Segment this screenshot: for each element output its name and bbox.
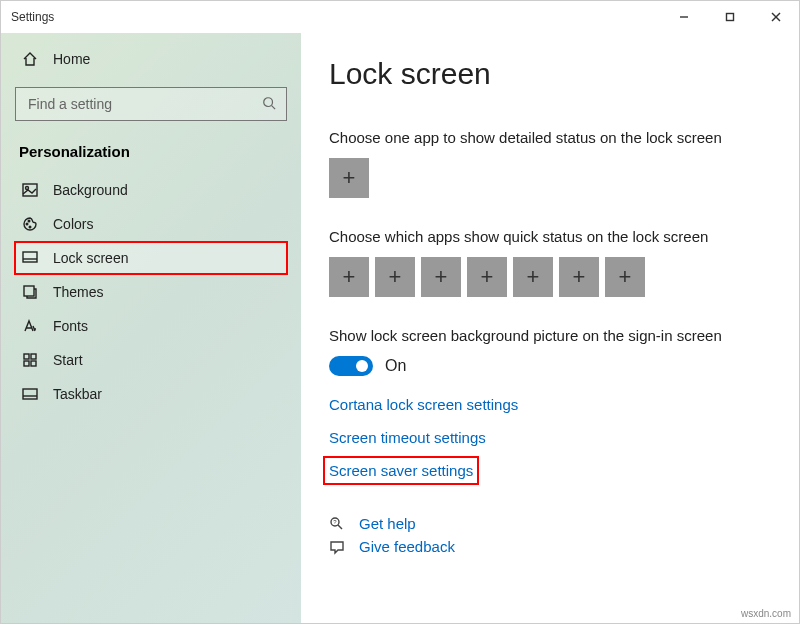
detailed-status-tiles: + [329, 158, 771, 198]
close-button[interactable] [753, 1, 799, 33]
add-detailed-app-button[interactable]: + [329, 158, 369, 198]
plus-icon: + [527, 264, 540, 290]
svg-rect-14 [24, 354, 29, 359]
window-controls [661, 1, 799, 33]
sidebar-item-lock-screen[interactable]: Lock screen [15, 242, 287, 274]
page-title: Lock screen [329, 57, 771, 91]
themes-icon [21, 284, 39, 300]
toggle-state-label: On [385, 357, 406, 375]
main-content: Lock screen Choose one app to show detai… [301, 33, 799, 623]
get-help-link[interactable]: ? Get help [329, 515, 771, 532]
plus-icon: + [389, 264, 402, 290]
search-icon [262, 96, 276, 113]
help-icon: ? [329, 516, 347, 532]
sidebar-item-background[interactable]: Background [15, 174, 287, 206]
sidebar-item-label: Taskbar [53, 386, 102, 402]
detailed-status-label: Choose one app to show detailed status o… [329, 129, 771, 146]
sidebar-item-label: Themes [53, 284, 104, 300]
sidebar-item-label: Start [53, 352, 83, 368]
settings-window: Settings Home [0, 0, 800, 624]
signin-bg-toggle[interactable] [329, 356, 373, 376]
search-input[interactable] [26, 95, 262, 113]
plus-icon: + [481, 264, 494, 290]
sidebar: Home Personalization Background [1, 33, 301, 623]
svg-rect-1 [727, 14, 734, 21]
add-quick-app-button[interactable]: + [513, 257, 553, 297]
svg-line-5 [272, 105, 276, 109]
sidebar-item-label: Lock screen [53, 250, 128, 266]
sidebar-item-start[interactable]: Start [15, 344, 287, 376]
home-label: Home [53, 51, 90, 67]
sidebar-item-label: Colors [53, 216, 93, 232]
signin-bg-toggle-row: On [329, 356, 771, 376]
home-nav[interactable]: Home [15, 43, 287, 75]
plus-icon: + [573, 264, 586, 290]
feedback-icon [329, 539, 347, 555]
sidebar-item-themes[interactable]: Themes [15, 276, 287, 308]
sidebar-item-label: Background [53, 182, 128, 198]
svg-rect-16 [24, 361, 29, 366]
svg-rect-17 [31, 361, 36, 366]
add-quick-app-button[interactable]: + [605, 257, 645, 297]
maximize-button[interactable] [707, 1, 753, 33]
watermark: wsxdn.com [741, 608, 791, 619]
svg-rect-18 [23, 389, 37, 399]
svg-point-7 [26, 187, 29, 190]
add-quick-app-button[interactable]: + [375, 257, 415, 297]
lock-screen-icon [21, 250, 39, 266]
home-icon [21, 51, 39, 67]
screen-saver-link[interactable]: Screen saver settings [329, 462, 473, 479]
give-feedback-label: Give feedback [359, 538, 455, 555]
sidebar-item-fonts[interactable]: Fonts [15, 310, 287, 342]
add-quick-app-button[interactable]: + [329, 257, 369, 297]
fonts-icon [21, 318, 39, 334]
add-quick-app-button[interactable]: + [467, 257, 507, 297]
window-title: Settings [11, 10, 54, 24]
start-icon [21, 352, 39, 368]
search-box[interactable] [15, 87, 287, 121]
titlebar: Settings [1, 1, 799, 33]
plus-icon: + [619, 264, 632, 290]
nav-list: Background Colors Lock screen [15, 174, 287, 410]
svg-point-10 [29, 226, 31, 228]
plus-icon: + [435, 264, 448, 290]
minimize-button[interactable] [661, 1, 707, 33]
signin-bg-label: Show lock screen background picture on t… [329, 327, 771, 344]
cortana-settings-link[interactable]: Cortana lock screen settings [329, 396, 518, 413]
palette-icon [21, 216, 39, 232]
plus-icon: + [343, 264, 356, 290]
svg-point-9 [28, 220, 30, 222]
sidebar-item-label: Fonts [53, 318, 88, 334]
sidebar-item-taskbar[interactable]: Taskbar [15, 378, 287, 410]
svg-rect-11 [23, 252, 37, 262]
window-body: Home Personalization Background [1, 33, 799, 623]
screen-timeout-link[interactable]: Screen timeout settings [329, 429, 486, 446]
get-help-label: Get help [359, 515, 416, 532]
svg-rect-13 [24, 286, 34, 296]
svg-rect-15 [31, 354, 36, 359]
svg-text:?: ? [333, 519, 337, 525]
section-title: Personalization [15, 137, 287, 170]
taskbar-icon [21, 386, 39, 402]
add-quick-app-button[interactable]: + [421, 257, 461, 297]
add-quick-app-button[interactable]: + [559, 257, 599, 297]
picture-icon [21, 182, 39, 198]
sidebar-item-colors[interactable]: Colors [15, 208, 287, 240]
give-feedback-link[interactable]: Give feedback [329, 538, 771, 555]
plus-icon: + [343, 165, 356, 191]
svg-point-8 [26, 223, 28, 225]
quick-status-tiles: + + + + + + + [329, 257, 771, 297]
quick-status-label: Choose which apps show quick status on t… [329, 228, 771, 245]
svg-point-4 [264, 97, 273, 106]
toggle-knob [356, 360, 368, 372]
